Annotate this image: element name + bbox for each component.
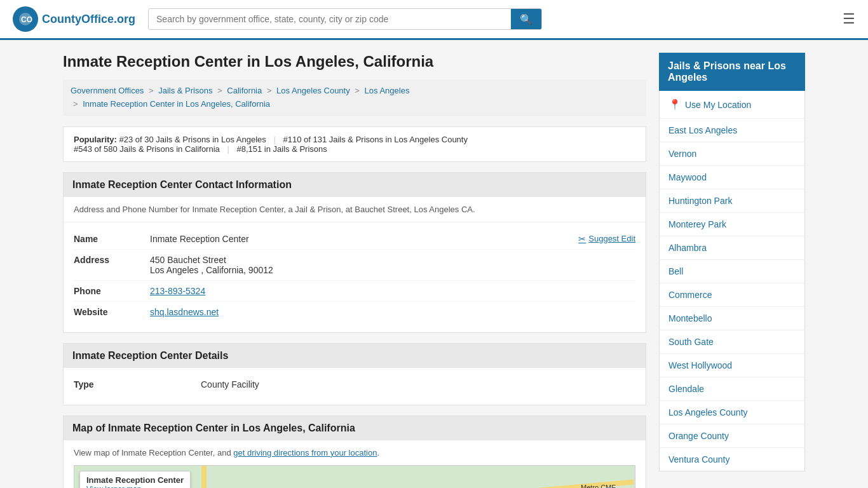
sidebar-link-ventura-county[interactable]: Ventura County: [660, 448, 804, 471]
sidebar-link-glendale[interactable]: Glendale: [660, 377, 804, 401]
type-row: Type County Facility: [74, 374, 635, 395]
contact-description: Address and Phone Number for Inmate Rece…: [64, 197, 646, 222]
pop-item-3: #543 of 580 Jails & Prisons in Californi…: [74, 144, 220, 154]
address-line2: Los Angeles , California, 90012: [150, 265, 635, 275]
sidebar-link-montebello[interactable]: Montebello: [660, 307, 804, 330]
address-value: 450 Bauchet Street Los Angeles , Califor…: [150, 255, 635, 275]
sidebar-link-west-hollywood[interactable]: West Hollywood: [660, 354, 804, 377]
type-value: County Facility: [201, 379, 635, 390]
sidebar-link-south-gate[interactable]: South Gate: [660, 330, 804, 354]
phone-link[interactable]: 213-893-5324: [150, 286, 205, 296]
popularity-label: Popularity:: [74, 135, 117, 144]
breadcrumb-item-california[interactable]: California: [227, 86, 262, 95]
sidebar-link-la-county[interactable]: Los Angeles County: [660, 401, 804, 424]
breadcrumb-item-jails[interactable]: Jails & Prisons: [158, 86, 212, 95]
site-header: CO CountyOffice.org 🔍 ☰: [0, 0, 868, 40]
map-section: Map of Inmate Reception Center in Los An…: [63, 416, 646, 488]
name-value-cell: Inmate Reception Center ✂ Suggest Edit: [150, 234, 635, 244]
edit-icon: ✂: [578, 234, 586, 244]
phone-row: Phone 213-893-5324: [74, 281, 635, 302]
sidebar-link-maywood[interactable]: Maywood: [660, 166, 804, 189]
pop-item-1: #23 of 30 Jails & Prisons in Los Angeles: [119, 135, 266, 144]
sidebar-link-vernon[interactable]: Vernon: [660, 142, 804, 166]
breadcrumb: Government Offices > Jails & Prisons > C…: [63, 79, 646, 116]
map-popup-title: Inmate Reception Center: [86, 475, 184, 485]
pop-item-4: #8,151 in Jails & Prisons: [236, 144, 327, 154]
website-link[interactable]: shq.lasdnews.net: [150, 307, 219, 317]
search-input[interactable]: [149, 9, 511, 29]
phone-value: 213-893-5324: [150, 286, 635, 296]
breadcrumb-item-la-county[interactable]: Los Angeles County: [276, 86, 350, 95]
logo-link[interactable]: CO CountyOffice.org: [13, 6, 135, 32]
contact-section: Inmate Reception Center Contact Informat…: [63, 172, 646, 333]
details-section-header: Inmate Reception Center Details: [64, 344, 646, 368]
sidebar-link-orange-county[interactable]: Orange County: [660, 424, 804, 448]
sidebar: Jails & Prisons near Los Angeles 📍 Use M…: [659, 53, 805, 488]
search-bar: 🔍: [148, 8, 542, 30]
location-pin-icon: 📍: [668, 98, 681, 111]
logo-text: CountyOffice.org: [42, 13, 135, 26]
contact-section-header: Inmate Reception Center Contact Informat…: [64, 173, 646, 197]
details-section: Inmate Reception Center Details Type Cou…: [63, 343, 646, 405]
contact-table: Name Inmate Reception Center ✂ Suggest E…: [64, 222, 646, 332]
search-button[interactable]: 🔍: [511, 9, 541, 29]
name-row: Name Inmate Reception Center ✂ Suggest E…: [74, 229, 635, 250]
sidebar-link-east-la[interactable]: East Los Angeles: [660, 119, 804, 142]
sidebar-link-monterey[interactable]: Monterey Park: [660, 213, 804, 236]
page-title: Inmate Reception Center in Los Angeles, …: [63, 53, 646, 71]
website-value: shq.lasdnews.net: [150, 307, 635, 317]
suggest-edit-label: Suggest Edit: [588, 234, 635, 243]
map-placeholder: Inmate Reception Center View larger map …: [74, 465, 635, 488]
sidebar-link-bell[interactable]: Bell: [660, 260, 804, 283]
use-location-label: Use My Location: [685, 100, 751, 110]
view-larger-map-link[interactable]: View larger map: [86, 485, 141, 488]
svg-text:CO: CO: [21, 15, 32, 24]
map-description: View map of Inmate Reception Center, and…: [64, 440, 646, 465]
sidebar-body: 📍 Use My Location East Los Angeles Verno…: [659, 91, 805, 471]
main-container: Inmate Reception Center in Los Angeles, …: [53, 40, 815, 488]
map-section-header: Map of Inmate Reception Center in Los An…: [64, 416, 646, 440]
breadcrumb-item-current[interactable]: Inmate Reception Center in Los Angeles, …: [83, 99, 270, 109]
sidebar-link-huntington[interactable]: Huntington Park: [660, 189, 804, 213]
breadcrumb-item-la[interactable]: Los Angeles: [365, 86, 410, 95]
address-line1: 450 Bauchet Street: [150, 255, 635, 265]
type-label: Type: [74, 379, 201, 390]
website-row: Website shq.lasdnews.net: [74, 302, 635, 322]
website-label: Website: [74, 307, 150, 317]
map-popup: Inmate Reception Center View larger map: [79, 471, 191, 488]
details-table: Type County Facility: [64, 368, 646, 405]
sidebar-link-commerce[interactable]: Commerce: [660, 283, 804, 307]
content-area: Inmate Reception Center in Los Angeles, …: [63, 53, 646, 488]
pop-item-2: #110 of 131 Jails & Prisons in Los Angel…: [283, 135, 468, 144]
address-label: Address: [74, 255, 150, 265]
name-value: Inmate Reception Center: [150, 234, 249, 244]
map-popup-link: View larger map: [86, 485, 184, 488]
suggest-edit-link[interactable]: ✂ Suggest Edit: [578, 234, 635, 244]
address-row: Address 450 Bauchet Street Los Angeles ,…: [74, 250, 635, 281]
use-location-link[interactable]: 📍 Use My Location: [660, 91, 804, 119]
logo-icon: CO: [13, 6, 38, 32]
sidebar-link-alhambra[interactable]: Alhambra: [660, 236, 804, 260]
breadcrumb-item-gov[interactable]: Government Offices: [71, 86, 144, 95]
map-label-metro: Metro CMF: [581, 484, 616, 488]
map-road-vertical: [201, 466, 207, 488]
phone-label: Phone: [74, 286, 150, 296]
popularity-section: Popularity: #23 of 30 Jails & Prisons in…: [63, 126, 646, 162]
sidebar-header: Jails & Prisons near Los Angeles: [659, 53, 805, 91]
directions-link[interactable]: get driving directions from your locatio…: [233, 448, 377, 458]
menu-button[interactable]: ☰: [843, 11, 855, 27]
name-label: Name: [74, 234, 150, 244]
